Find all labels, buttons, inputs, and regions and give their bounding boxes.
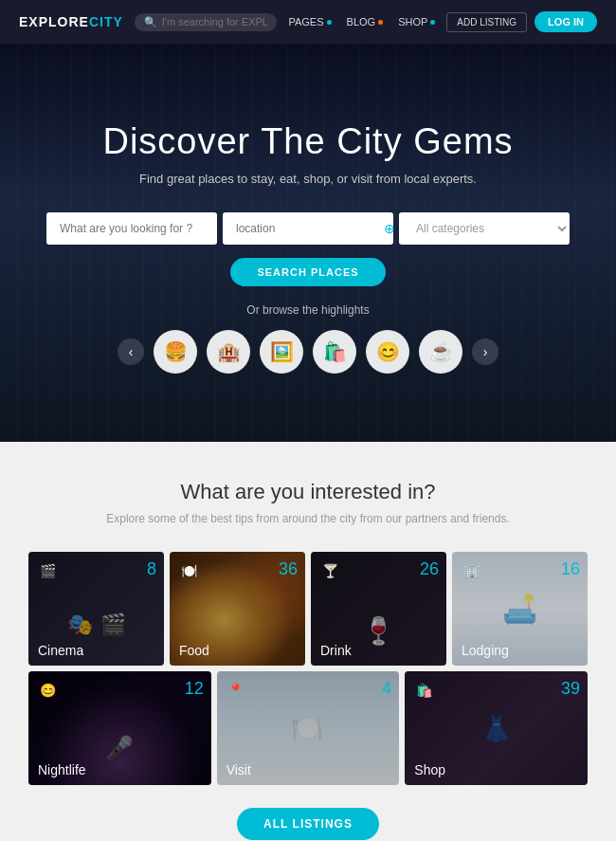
highlight-cafe[interactable]: ☕ (419, 330, 462, 374)
nightlife-icon: 😊 (36, 679, 59, 702)
category-visit[interactable]: 🍽️ 📍 4 Visit (217, 671, 400, 785)
shop-label: Shop (414, 762, 445, 777)
navbar: EXPLORE CITY 🔍 PAGES BLOG SHOP ADD LISTI… (0, 0, 616, 44)
category-drink[interactable]: 🍷 🍸 26 Drink (311, 552, 446, 666)
nav-blog[interactable]: BLOG (347, 16, 384, 27)
navbar-search[interactable]: 🔍 (135, 13, 278, 31)
nav-pages[interactable]: PAGES (288, 16, 331, 27)
highlights-prev[interactable]: ‹ (118, 338, 144, 365)
cinema-count: 8 (147, 559, 156, 579)
search-icon: 🔍 (144, 16, 157, 28)
shop-icon: 🛍️ (412, 679, 435, 702)
highlight-shop[interactable]: 🛍️ (313, 330, 356, 374)
shop-dot (430, 20, 435, 25)
hero-search-input[interactable] (46, 212, 217, 245)
login-button[interactable]: LOG IN (534, 11, 597, 32)
category-nightlife[interactable]: 🎤 😊 12 Nightlife (28, 671, 211, 785)
lodging-count: 16 (561, 559, 580, 579)
nightlife-label: Nightlife (38, 762, 86, 777)
hero-subtitle: Find great places to stay, eat, shop, or… (19, 172, 597, 186)
category-food[interactable]: 🍽️ 36 Food (170, 552, 305, 666)
category-lodging[interactable]: 🛋️ 🏢 16 Lodging (452, 552, 588, 666)
highlight-fun[interactable]: 😊 (366, 330, 409, 374)
browse-label: Or browse the highlights (19, 303, 597, 317)
food-label: Food (179, 643, 209, 658)
location-icon: ⊕ (384, 221, 395, 236)
all-listings-button[interactable]: ALL LISTINGS (237, 808, 379, 840)
drink-count: 26 (420, 559, 439, 579)
hero-search-row: ⊕ All categories (19, 212, 597, 245)
highlight-hotel[interactable]: 🏨 (207, 330, 250, 374)
blog-dot (378, 20, 383, 25)
drink-icon: 🍸 (318, 559, 341, 582)
hero-location-box[interactable]: ⊕ (223, 212, 393, 245)
highlight-food[interactable]: 🍔 (154, 330, 197, 374)
category-shop[interactable]: 👗 🛍️ 39 Shop (405, 671, 588, 785)
hero-section: Discover The City Gems Find great places… (0, 44, 616, 442)
visit-icon: 📍 (225, 679, 247, 702)
highlights-row: ‹ 🍔 🏨 🖼️ 🛍️ 😊 ☕ › (19, 330, 597, 374)
nav-shop[interactable]: SHOP (398, 16, 435, 27)
highlight-gallery[interactable]: 🖼️ (260, 330, 303, 374)
highlights-next[interactable]: › (472, 338, 498, 365)
hero-categories-select[interactable]: All categories (399, 212, 570, 245)
pages-dot (327, 20, 332, 25)
cinema-icon: 🎬 (36, 559, 59, 582)
search-button[interactable]: SEARCH PLACES (230, 258, 385, 286)
nav-links: PAGES BLOG SHOP (288, 16, 435, 27)
lodging-label: Lodging (462, 643, 509, 658)
logo-city: CITY (89, 14, 123, 29)
drink-label: Drink (320, 643, 352, 658)
navbar-search-input[interactable] (162, 16, 268, 27)
add-listing-button[interactable]: ADD LISTING (446, 12, 527, 32)
hero-content: Discover The City Gems Find great places… (19, 121, 597, 374)
categories-grid-bottom: 🎤 😊 12 Nightlife 🍽️ 📍 4 Visit 👗 🛍️ 39 (28, 671, 588, 785)
hero-title: Discover The City Gems (19, 121, 597, 162)
category-cinema[interactable]: 🎭 🎬 🎬 8 Cinema (28, 552, 164, 666)
hero-location-input[interactable] (236, 222, 378, 235)
logo-explore: EXPLORE (19, 14, 89, 29)
food-icon: 🍽️ (177, 559, 200, 582)
lodging-icon: 🏢 (460, 559, 482, 582)
logo[interactable]: EXPLORE CITY (19, 14, 123, 29)
nightlife-count: 12 (185, 679, 204, 699)
visit-count: 4 (382, 679, 391, 699)
visit-label: Visit (226, 762, 251, 777)
interest-title: What are you interested in? (28, 480, 588, 504)
interest-subtitle: Explore some of the best tips from aroun… (28, 512, 588, 525)
interest-section: What are you interested in? Explore some… (0, 442, 616, 841)
food-count: 36 (279, 559, 298, 579)
categories-grid-top: 🎭 🎬 🎬 8 Cinema 🍽️ 36 Food 🍷 🍸 26 (28, 552, 588, 666)
shop-count: 39 (561, 679, 580, 699)
nav-actions: ADD LISTING LOG IN (446, 11, 597, 32)
cinema-label: Cinema (38, 643, 83, 658)
